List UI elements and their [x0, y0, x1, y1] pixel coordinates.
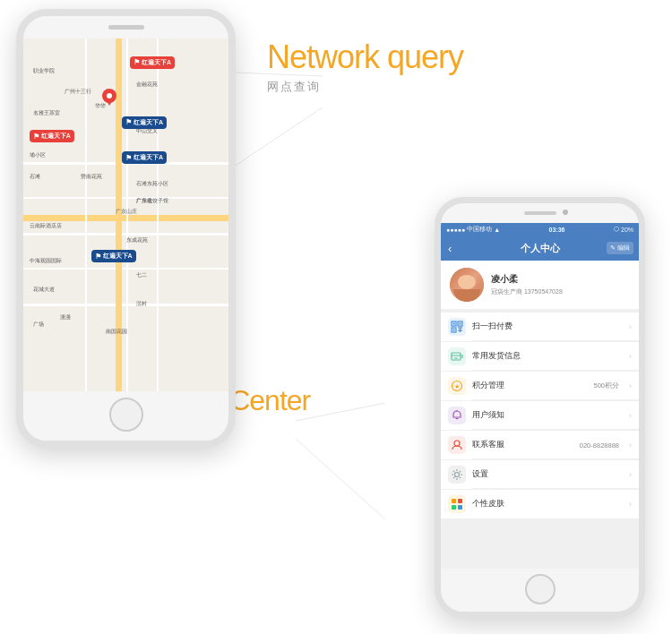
- svg-rect-29: [458, 505, 462, 510]
- avatar: [450, 268, 484, 302]
- network-query-title-en: Network query: [267, 39, 463, 75]
- map-label: 金融花苑: [136, 81, 158, 89]
- svg-rect-11: [453, 330, 455, 331]
- profile-section: 凌小柔 冠袋生产商 13750547028: [441, 261, 639, 309]
- map-label: 广州十三行: [65, 88, 91, 96]
- status-left: ●●●●● 中国移动 ▲: [446, 225, 500, 234]
- map-label: 东成花苑: [126, 236, 148, 244]
- status-right: ⬡ 20%: [614, 226, 633, 233]
- status-bar: ●●●●● 中国移动 ▲ 03:36 ⬡ 20%: [441, 223, 639, 236]
- menu-item-service[interactable]: 联系客服 020-8828888 ›: [441, 431, 639, 459]
- svg-line-3: [296, 439, 385, 519]
- service-icon: [448, 436, 466, 454]
- carrier: 中国移动: [467, 225, 492, 234]
- service-value: 020-8828888: [580, 441, 619, 450]
- map-label: 广京山庄: [116, 208, 137, 216]
- nav-bar: ‹ 个人中心 ✎ 编辑: [441, 236, 639, 261]
- avatar-face: [450, 268, 484, 302]
- notify-icon: [448, 407, 466, 424]
- map-label: 七二: [136, 271, 147, 279]
- skin-icon: [448, 495, 466, 513]
- settings-label: 设置: [472, 469, 613, 480]
- map-pin-blue-2: 红遍天下A: [122, 151, 167, 164]
- phone-home-button[interactable]: [109, 398, 143, 432]
- settings-arrow: ›: [629, 470, 632, 479]
- menu-item-notify[interactable]: 用户须知 ›: [441, 401, 639, 430]
- battery-level: 20%: [621, 227, 633, 233]
- scan-pay-arrow: ›: [629, 322, 632, 331]
- map-label: 漫漫: [60, 313, 71, 321]
- menu-item-settings[interactable]: 设置 ›: [441, 460, 639, 489]
- left-phone: 职业学院 金融花苑 华华 名雅王茶室 食益轩 中山交叉 广州十三行 埔小区 石滩…: [16, 9, 236, 448]
- svg-point-24: [454, 441, 460, 446]
- right-phone: ●●●●● 中国移动 ▲ 03:36 ⬡ 20% ‹ 个人中心 ✎ 编辑: [435, 197, 645, 618]
- edit-icon: ✎: [610, 244, 616, 252]
- network-query-label: Network query 网点查询: [267, 39, 463, 95]
- map-label: 石滩: [30, 173, 40, 181]
- phone-camera: [563, 210, 568, 215]
- app-screen: ●●●●● 中国移动 ▲ 03:36 ⬡ 20% ‹ 个人中心 ✎ 编辑: [441, 223, 639, 569]
- wifi-icon: ▲: [494, 227, 500, 233]
- svg-point-25: [455, 473, 460, 477]
- menu-item-points[interactable]: ★ 积分管理 500积分 ›: [441, 372, 639, 400]
- scan-pay-icon: [448, 318, 466, 336]
- map-label: 云南际酒店店: [30, 222, 62, 230]
- phone-speaker-right: [524, 211, 556, 215]
- svg-rect-16: [452, 353, 461, 360]
- map-pin-red-2: 红遍天下A: [30, 130, 74, 142]
- skin-arrow: ›: [629, 500, 632, 509]
- map-label: 滘村: [136, 300, 147, 308]
- map-pin-red-1: 红遍天下A: [130, 56, 175, 69]
- points-value: 500积分: [593, 381, 619, 390]
- map-screen: 职业学院 金融花苑 华华 名雅王茶室 食益轩 中山交叉 广州十三行 埔小区 石滩…: [23, 39, 228, 391]
- edit-label: 编辑: [617, 244, 630, 253]
- svg-rect-28: [452, 505, 456, 510]
- profile-name: 凌小柔: [491, 273, 630, 286]
- svg-rect-10: [453, 323, 455, 325]
- location-pin: [101, 88, 117, 111]
- delivery-arrow: ›: [629, 352, 632, 361]
- map-label: 广场: [33, 321, 44, 329]
- settings-icon: [448, 466, 466, 484]
- map-pin-blue-3: 红遍天下A: [91, 250, 136, 262]
- phone-right-home-button[interactable]: [525, 574, 556, 604]
- service-label: 联系客服: [472, 440, 573, 450]
- network-query-title-zh: 网点查询: [267, 79, 463, 95]
- notify-label: 用户须知: [472, 410, 613, 421]
- points-label: 积分管理: [472, 381, 587, 391]
- map-label: 南国花园: [106, 328, 127, 336]
- map-label: 石滩东苑小区: [136, 180, 168, 188]
- map-label: 名雅王茶室: [33, 109, 60, 117]
- signal-dots: ●●●●●: [446, 227, 465, 233]
- map-pin-blue-1: 红遍天下A: [122, 116, 167, 129]
- service-arrow: ›: [629, 441, 632, 450]
- nav-title: 个人中心: [521, 242, 560, 255]
- battery-icon: ⬡: [614, 226, 619, 233]
- nav-edit-button[interactable]: ✎ 编辑: [607, 242, 633, 254]
- phone-speaker: [108, 25, 144, 30]
- svg-rect-12: [460, 323, 461, 325]
- points-icon: ★: [448, 377, 466, 395]
- map-label: 埔小区: [30, 151, 46, 159]
- nav-back-button[interactable]: ‹: [448, 242, 452, 255]
- menu-item-delivery[interactable]: 常用发货信息 ›: [441, 342, 639, 371]
- points-arrow: ›: [629, 381, 632, 390]
- scan-pay-label: 扫一扫付费: [472, 321, 613, 332]
- menu-item-skin[interactable]: 个性皮肤 ›: [441, 490, 639, 518]
- profile-info: 凌小柔 冠袋生产商 13750547028: [491, 273, 630, 296]
- menu-item-scan-pay[interactable]: 扫一扫付费 ›: [441, 313, 639, 341]
- skin-label: 个性皮肤: [472, 499, 613, 510]
- svg-text:★: ★: [454, 383, 460, 390]
- svg-point-5: [107, 93, 112, 99]
- svg-rect-26: [452, 499, 456, 503]
- map-label: 职业学院: [33, 67, 55, 75]
- delivery-icon: [448, 347, 466, 365]
- map-label: 中海观园国际: [30, 257, 62, 265]
- status-time: 03:36: [549, 227, 565, 233]
- map-background: 职业学院 金融花苑 华华 名雅王茶室 食益轩 中山交叉 广州十三行 埔小区 石滩…: [23, 39, 228, 391]
- delivery-label: 常用发货信息: [472, 351, 613, 362]
- map-label: 花城大道: [33, 286, 55, 294]
- svg-rect-27: [458, 499, 462, 503]
- svg-marker-6: [106, 99, 113, 106]
- map-label: 广东北饺子馆: [136, 197, 168, 205]
